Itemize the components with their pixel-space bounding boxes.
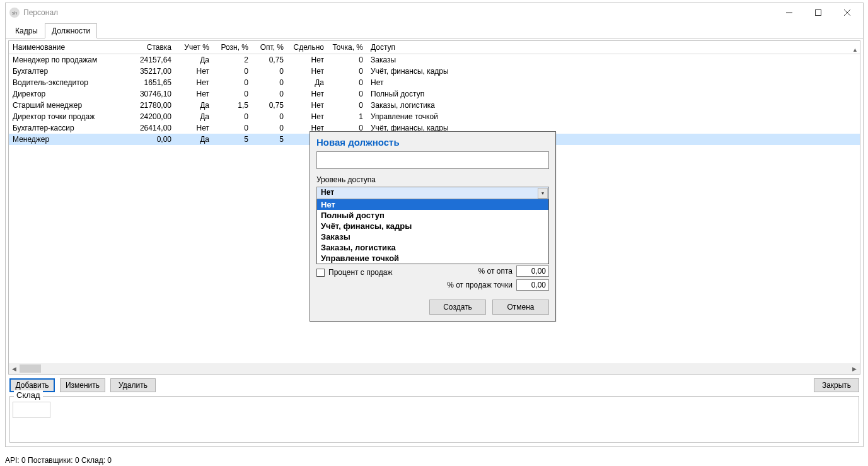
table-row[interactable]: Старший менеджер21780,00Да1,50,75Нет0Зак… <box>9 100 860 111</box>
cell: Менеджер по продажам <box>9 54 121 66</box>
percent-sales-checkbox-row: Процент с продаж <box>310 264 398 278</box>
edit-button[interactable]: Изменить <box>60 378 105 392</box>
sklad-box[interactable] <box>13 402 50 418</box>
button-row: Добавить Изменить Удалить Закрыть <box>6 375 863 396</box>
cell: 0,75 <box>252 54 287 66</box>
cell: Да <box>175 54 213 66</box>
col-name[interactable]: Наименование <box>9 41 121 54</box>
cell: Директор <box>9 88 121 100</box>
app-icon: sh <box>9 8 20 18</box>
titlebar: sh Персонал <box>6 3 863 22</box>
cell: 0 <box>252 111 287 122</box>
scroll-left-arrow[interactable]: ◀ <box>9 363 20 374</box>
cell: Менеджер <box>9 134 121 145</box>
pct-point-row: % от продаж точки 0,00 <box>310 278 555 292</box>
cell: 0 <box>252 66 287 77</box>
percent-sales-label: Процент с продаж <box>328 268 392 277</box>
table-header-row: Наименование Ставка Учет % Розн, % Опт, … <box>9 41 860 54</box>
close-button[interactable] <box>833 3 862 22</box>
cell: Нет <box>287 88 328 100</box>
combo-selected-value: Нет <box>317 187 548 197</box>
cell: Старший менеджер <box>9 100 121 111</box>
cell: 0 <box>213 111 252 122</box>
col-uchet[interactable]: Учет % <box>175 41 213 54</box>
dialog-buttons: Создать Отмена <box>310 292 555 321</box>
tab-dolzhnosti[interactable]: Должности <box>45 23 97 38</box>
cell: Заказы, логистика <box>367 100 860 111</box>
combo-dropdown-button[interactable]: ▾ <box>538 188 548 199</box>
combo-option[interactable]: Учёт, финансы, кадры <box>317 221 548 231</box>
status-bar: API: 0 Поставщики: 0 Склад: 0 <box>5 456 112 465</box>
cell: Нет <box>175 122 213 134</box>
horizontal-scrollbar[interactable]: ◀ ▶ <box>9 363 860 374</box>
col-tochka[interactable]: Точка, % <box>328 41 367 54</box>
sklad-panel: Склад <box>9 396 859 443</box>
pct-opt-input[interactable]: 0,00 <box>516 265 549 277</box>
cell: Заказы <box>367 54 860 66</box>
tab-kadry[interactable]: Кадры <box>8 23 45 38</box>
col-rozn[interactable]: Розн, % <box>213 41 252 54</box>
cell: Полный доступ <box>367 88 860 100</box>
table-row[interactable]: Менеджер по продажам24157,64Да20,75Нет0З… <box>9 54 860 66</box>
delete-button[interactable]: Удалить <box>110 378 156 392</box>
cell: 0 <box>213 77 252 88</box>
scroll-track[interactable] <box>20 363 849 374</box>
cell: Бухгалтер <box>9 66 121 77</box>
percent-sales-checkbox[interactable] <box>316 269 325 277</box>
cell: Да <box>175 111 213 122</box>
cell: 26414,00 <box>121 122 175 134</box>
combo-option[interactable]: Заказы <box>317 231 548 242</box>
scroll-thumb[interactable] <box>20 364 41 373</box>
col-opt[interactable]: Опт, % <box>252 41 287 54</box>
cancel-button[interactable]: Отмена <box>492 300 549 315</box>
cell: 2 <box>213 54 252 66</box>
cell: Нет <box>367 77 860 88</box>
access-level-label: Уровень доступа <box>310 174 555 185</box>
cell: Директор точки продаж <box>9 111 121 122</box>
col-access[interactable]: Доступ <box>367 41 860 54</box>
cell: 35217,00 <box>121 66 175 77</box>
cell: 0 <box>328 77 367 88</box>
cell: 0 <box>252 77 287 88</box>
table-row[interactable]: Директор точки продаж24200,00Да00Нет1Упр… <box>9 111 860 122</box>
cell: 0 <box>328 66 367 77</box>
cell: Нет <box>287 66 328 77</box>
table-row[interactable]: Бухгалтер35217,00Нет00Нет0Учёт, финансы,… <box>9 66 860 77</box>
pct-point-input[interactable]: 0,00 <box>516 279 549 291</box>
cell: 0 <box>213 122 252 134</box>
col-sdelno[interactable]: Сдельно <box>287 41 328 54</box>
scroll-right-arrow[interactable]: ▶ <box>849 363 860 374</box>
cell: 24200,00 <box>121 111 175 122</box>
table-row[interactable]: Водитель-экспедитор1651,65Нет00Да0Нет <box>9 77 860 88</box>
cell: 5 <box>213 134 252 145</box>
table-row[interactable]: Директор30746,10Нет00Нет0Полный доступ <box>9 88 860 100</box>
cell: Водитель-экспедитор <box>9 77 121 88</box>
maximize-button[interactable] <box>804 3 833 22</box>
position-name-input[interactable] <box>316 151 549 169</box>
close-panel-button[interactable]: Закрыть <box>814 378 859 392</box>
col-rate[interactable]: Ставка <box>121 41 175 54</box>
cell: Управление точкой <box>367 111 860 122</box>
combo-option[interactable]: Нет <box>317 199 548 210</box>
cell: Нет <box>175 88 213 100</box>
combo-option[interactable]: Полный доступ <box>317 210 548 221</box>
cell: Нет <box>175 77 213 88</box>
create-button[interactable]: Создать <box>429 300 486 315</box>
access-level-combo[interactable]: Нет ▾ <box>316 187 549 199</box>
cell: Нет <box>287 111 328 122</box>
cell: 0 <box>328 100 367 111</box>
minimize-button[interactable] <box>775 3 804 22</box>
cell: Да <box>175 134 213 145</box>
svg-rect-1 <box>816 10 821 16</box>
sklad-label: Склад <box>14 390 43 400</box>
cell: 0 <box>328 54 367 66</box>
cell: 0 <box>213 88 252 100</box>
combo-option[interactable]: Заказы, логистика <box>317 242 548 253</box>
cell: 0,00 <box>121 134 175 145</box>
access-level-dropdown-list: НетПолный доступУчёт, финансы, кадрыЗака… <box>316 199 549 264</box>
cell: 30746,10 <box>121 88 175 100</box>
combo-option[interactable]: Управление точкой <box>317 253 548 264</box>
pct-opt-row: % от опта 0,00 <box>472 264 555 278</box>
cell: 1 <box>328 111 367 122</box>
pct-point-label: % от продаж точки <box>447 281 512 289</box>
